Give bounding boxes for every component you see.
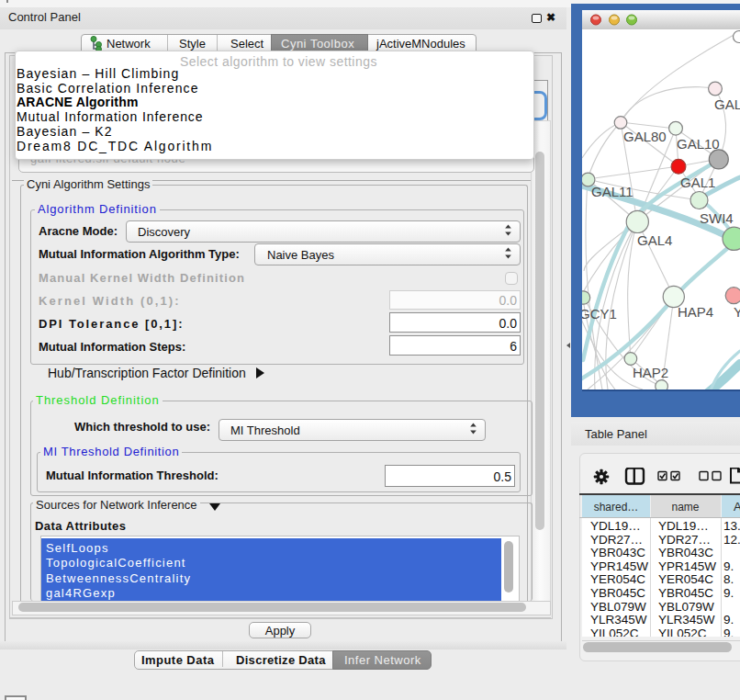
- svg-text:HAP4: HAP4: [678, 304, 713, 320]
- svg-text:GAL11: GAL11: [591, 184, 633, 199]
- svg-text:GCY1: GCY1: [582, 306, 617, 322]
- svg-text:SWI4: SWI4: [700, 210, 734, 226]
- svg-text:Y: Y: [734, 304, 740, 320]
- svg-text:HAP2: HAP2: [633, 365, 668, 380]
- svg-text:GAL1: GAL1: [680, 175, 715, 190]
- svg-text:GAL7: GAL7: [714, 96, 740, 112]
- svg-text:GAL10: GAL10: [677, 136, 720, 152]
- svg-text:GAL4: GAL4: [637, 232, 672, 248]
- svg-text:GAL80: GAL80: [623, 129, 667, 144]
